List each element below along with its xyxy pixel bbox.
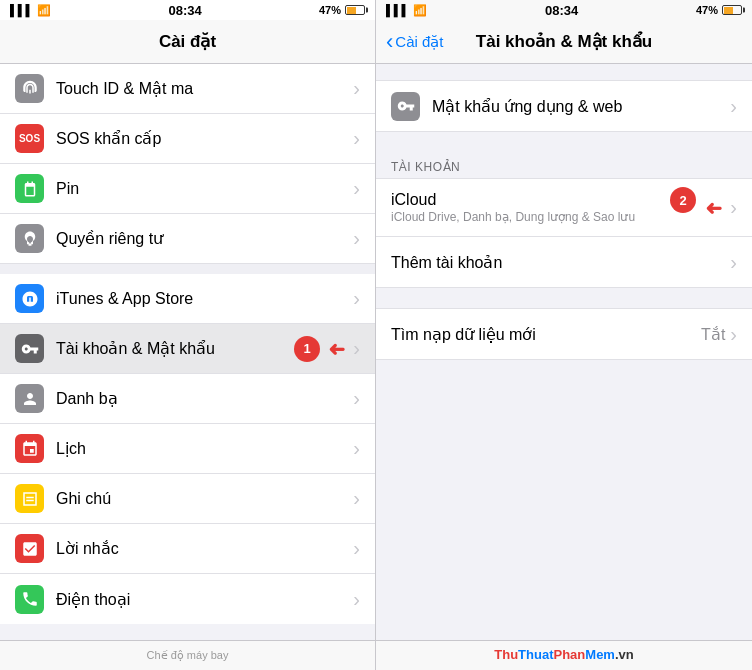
sos-label: SOS khẩn cấp [56, 129, 353, 148]
phone-label: Điện thoại [56, 590, 353, 609]
accounts-chevron [353, 337, 360, 360]
battery-icon-left [345, 5, 365, 15]
pin-icon [15, 174, 44, 203]
contacts-icon-left [15, 384, 44, 413]
settings-item-sos[interactable]: SOS SOS khẩn cấp [0, 114, 375, 164]
left-bottom-text: Chế độ máy bay [147, 649, 229, 662]
watermark-phan: Phan [554, 647, 586, 662]
settings-item-calendar[interactable]: Lịch [0, 424, 375, 474]
battery-pct-left: 47% [319, 4, 341, 16]
watermark-thu: Thu [494, 647, 518, 662]
settings-item-reminders[interactable]: Lời nhắc [0, 524, 375, 574]
settings-item-notes[interactable]: Ghi chú [0, 474, 375, 524]
fetch-section: Tìm nạp dữ liệu mới Tắt [376, 308, 752, 360]
pin-chevron [353, 177, 360, 200]
wifi-icon: 📶 [37, 4, 51, 17]
notes-chevron [353, 487, 360, 510]
settings-item-phone[interactable]: Điện thoại [0, 574, 375, 624]
icloud-item[interactable]: iCloud iCloud Drive, Danh bạ, Dung lượng… [376, 179, 752, 237]
itunes-label: iTunes & App Store [56, 290, 353, 308]
right-panel: ▌▌▌ 📶 08:34 47% ‹ Cài đặt Tài khoản & Mậ… [376, 0, 752, 670]
notes-label: Ghi chú [56, 490, 353, 508]
reminders-icon [15, 534, 44, 563]
privacy-label: Quyền riêng tư [56, 229, 353, 248]
passwords-web-chevron [730, 95, 737, 118]
watermark-mem: Mem [585, 647, 615, 662]
fetch-label: Tìm nạp dữ liệu mới [391, 325, 701, 344]
left-settings-list: Touch ID & Mật ma SOS SOS khẩn cấp Pin Q… [0, 64, 375, 640]
settings-item-contacts[interactable]: Danh bạ [0, 374, 375, 424]
icloud-chevron [730, 196, 737, 219]
arrow-1: ➜ [328, 337, 345, 361]
step2-badge: 2 [670, 187, 696, 213]
notes-icon [15, 484, 44, 513]
settings-item-itunes[interactable]: iTunes & App Store [0, 274, 375, 324]
fetch-value: Tắt [701, 325, 725, 344]
passwords-section: Mật khẩu ứng dụng & web [376, 80, 752, 132]
left-signal-area: ▌▌▌ 📶 [10, 4, 51, 17]
right-battery-area: 47% [696, 4, 742, 16]
right-content: Mật khẩu ứng dụng & web TÀI KHOẢN iCloud… [376, 64, 752, 640]
add-account-chevron [730, 251, 737, 274]
back-label: Cài đặt [395, 33, 443, 51]
settings-item-pin[interactable]: Pin [0, 164, 375, 214]
reminders-chevron [353, 537, 360, 560]
contacts-chevron [353, 387, 360, 410]
battery-icon-right [722, 5, 742, 15]
touch-id-label: Touch ID & Mật ma [56, 79, 353, 98]
right-signal-area: ▌▌▌ 📶 [386, 4, 427, 17]
sos-text: SOS [19, 133, 40, 144]
sos-chevron [353, 127, 360, 150]
accounts-section-header: TÀI KHOẢN [376, 152, 752, 178]
right-time: 08:34 [545, 3, 578, 18]
accounts-section: iCloud iCloud Drive, Danh bạ, Dung lượng… [376, 178, 752, 288]
privacy-icon [15, 224, 44, 253]
arrow-2: ➜ [705, 196, 722, 220]
itunes-chevron [353, 287, 360, 310]
settings-item-privacy[interactable]: Quyền riêng tư [0, 214, 375, 264]
passwords-web-label: Mật khẩu ứng dụng & web [432, 97, 730, 116]
accounts-header-label: TÀI KHOẢN [376, 152, 752, 178]
reminders-label: Lời nhắc [56, 539, 353, 558]
right-nav-title: Tài khoản & Mật khẩu [476, 31, 652, 52]
right-battery-pct: 47% [696, 4, 718, 16]
left-status-bar: ▌▌▌ 📶 08:34 47% [0, 0, 375, 20]
accounts-icon [15, 334, 44, 363]
settings-item-touch-id[interactable]: Touch ID & Mật ma [0, 64, 375, 114]
watermark: ThuThuatPhanMem.vn [494, 647, 633, 662]
calendar-label: Lịch [56, 439, 353, 458]
add-account-label: Thêm tài khoản [391, 253, 730, 272]
back-button[interactable]: ‹ Cài đặt [386, 31, 444, 53]
signal-bars: ▌▌▌ [10, 4, 33, 16]
watermark-thuat: Thuat [518, 647, 553, 662]
calendar-icon [15, 434, 44, 463]
sos-icon: SOS [15, 124, 44, 153]
left-nav-title: Cài đặt [159, 31, 216, 52]
left-navbar: Cài đặt [0, 20, 375, 64]
watermark-vn: vn [619, 647, 634, 662]
itunes-icon [15, 284, 44, 313]
passwords-web-item[interactable]: Mật khẩu ứng dụng & web [376, 81, 752, 131]
left-bottom-bar: Chế độ máy bay [0, 640, 375, 670]
touch-id-icon [15, 74, 44, 103]
divider-1 [0, 264, 375, 274]
step1-badge: 1 [294, 336, 320, 362]
left-battery-area: 47% [319, 4, 365, 16]
privacy-chevron [353, 227, 360, 250]
right-status-bar: ▌▌▌ 📶 08:34 47% [376, 0, 752, 20]
calendar-chevron [353, 437, 360, 460]
left-time: 08:34 [169, 3, 202, 18]
fetch-item[interactable]: Tìm nạp dữ liệu mới Tắt [376, 309, 752, 359]
touch-id-chevron [353, 77, 360, 100]
phone-chevron [353, 588, 360, 611]
back-chevron-icon: ‹ [386, 31, 393, 53]
add-account-item[interactable]: Thêm tài khoản [376, 237, 752, 287]
right-wifi-icon: 📶 [413, 4, 427, 17]
contacts-label: Danh bạ [56, 389, 353, 408]
right-navbar: ‹ Cài đặt Tài khoản & Mật khẩu [376, 20, 752, 64]
left-panel: ▌▌▌ 📶 08:34 47% Cài đặt Touch ID & Mật m… [0, 0, 376, 670]
right-signal-bars: ▌▌▌ [386, 4, 409, 16]
fetch-chevron [730, 323, 737, 346]
settings-item-accounts[interactable]: Tài khoản & Mật khẩu 1 ➜ [0, 324, 375, 374]
pin-label: Pin [56, 180, 353, 198]
